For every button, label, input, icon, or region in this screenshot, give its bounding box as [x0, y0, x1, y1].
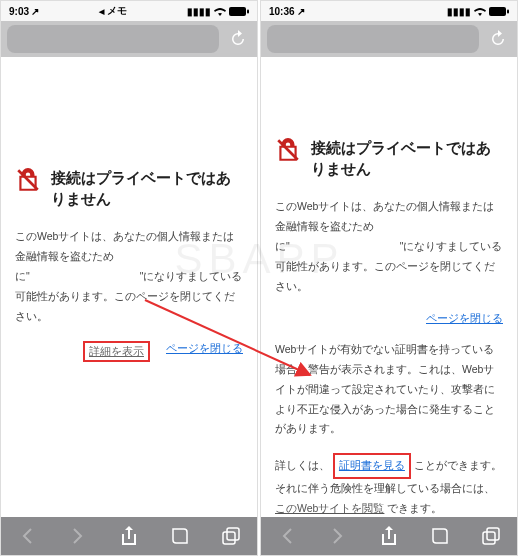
- svg-rect-4: [227, 528, 239, 540]
- battery-icon: [229, 7, 249, 16]
- status-time: 10:36: [269, 6, 295, 17]
- location-icon: ↗: [297, 6, 305, 17]
- chevron-left-icon: ◀: [99, 8, 104, 15]
- lock-slash-icon: [275, 137, 301, 163]
- status-bar: 9:03 ↗ ◀ メモ ▮▮▮▮: [1, 1, 257, 21]
- view-certificate-link[interactable]: 証明書を見る: [339, 459, 405, 471]
- cert-paragraph: 詳しくは、 証明書を見る ことができます。それに伴う危険性を理解している場合には…: [275, 453, 503, 517]
- browser-bottom-bar: [1, 517, 257, 555]
- visit-website-link[interactable]: このWebサイトを閲覧: [275, 502, 384, 514]
- status-source: ◀ メモ: [99, 4, 127, 18]
- browser-top-bar: [1, 21, 257, 57]
- warning-body: このWebサイトは、あなたの個人情報または金融情報を盗むために" "になりすまし…: [275, 197, 503, 297]
- svg-rect-8: [483, 532, 495, 544]
- location-icon: ↗: [31, 6, 39, 17]
- content-area: 接続はプライベートではありません このWebサイトは、あなたの個人情報または金融…: [261, 57, 517, 517]
- lock-slash-icon: [15, 167, 41, 193]
- phone-left: 9:03 ↗ ◀ メモ ▮▮▮▮ 接続はプライベートではありません: [0, 0, 258, 556]
- back-button[interactable]: [11, 520, 43, 552]
- back-button[interactable]: [271, 520, 303, 552]
- highlight-box: 詳細を表示: [83, 341, 150, 362]
- wifi-icon: [214, 7, 226, 16]
- url-field[interactable]: [7, 25, 219, 53]
- warning-heading: 接続はプライベートではありません: [51, 167, 243, 209]
- cert-pre-text: 詳しくは、: [275, 459, 330, 471]
- highlight-box: 証明書を見る: [333, 453, 411, 479]
- warning-body: このWebサイトは、あなたの個人情報または金融情報を盗むために" "になりすまし…: [15, 227, 243, 327]
- browser-top-bar: [261, 21, 517, 57]
- bookmarks-button[interactable]: [164, 520, 196, 552]
- visit-post-text: できます。: [387, 502, 442, 514]
- wifi-icon: [474, 7, 486, 16]
- phone-right: 10:36 ↗ ▮▮▮▮ 接続はプライベートではありません このWebサイトは、…: [260, 0, 518, 556]
- signal-icon: ▮▮▮▮: [187, 6, 211, 17]
- share-button[interactable]: [373, 520, 405, 552]
- tabs-button[interactable]: [475, 520, 507, 552]
- signal-icon: ▮▮▮▮: [447, 6, 471, 17]
- battery-icon: [489, 7, 509, 16]
- share-button[interactable]: [113, 520, 145, 552]
- forward-button[interactable]: [62, 520, 94, 552]
- source-label: メモ: [107, 5, 127, 16]
- details-body: Webサイトが有効でない証明書を持っている場合、警告が表示されます。これは、We…: [275, 340, 503, 440]
- forward-button[interactable]: [322, 520, 354, 552]
- svg-rect-5: [489, 7, 506, 16]
- svg-rect-0: [229, 7, 246, 16]
- refresh-button[interactable]: [485, 26, 511, 52]
- refresh-icon: [229, 30, 247, 48]
- status-bar: 10:36 ↗ ▮▮▮▮: [261, 1, 517, 21]
- content-area: 接続はプライベートではありません このWebサイトは、あなたの個人情報または金融…: [1, 57, 257, 517]
- url-field[interactable]: [267, 25, 479, 53]
- svg-rect-3: [223, 532, 235, 544]
- svg-rect-9: [487, 528, 499, 540]
- tabs-button[interactable]: [215, 520, 247, 552]
- close-page-link[interactable]: ページを閉じる: [426, 311, 503, 326]
- bookmarks-button[interactable]: [424, 520, 456, 552]
- warning-heading: 接続はプライベートではありません: [311, 137, 503, 179]
- refresh-icon: [489, 30, 507, 48]
- show-details-link[interactable]: 詳細を表示: [89, 345, 144, 357]
- close-page-link[interactable]: ページを閉じる: [166, 341, 243, 362]
- browser-bottom-bar: [261, 517, 517, 555]
- status-time: 9:03: [9, 6, 29, 17]
- svg-rect-6: [507, 9, 509, 13]
- svg-rect-1: [247, 9, 249, 13]
- refresh-button[interactable]: [225, 26, 251, 52]
